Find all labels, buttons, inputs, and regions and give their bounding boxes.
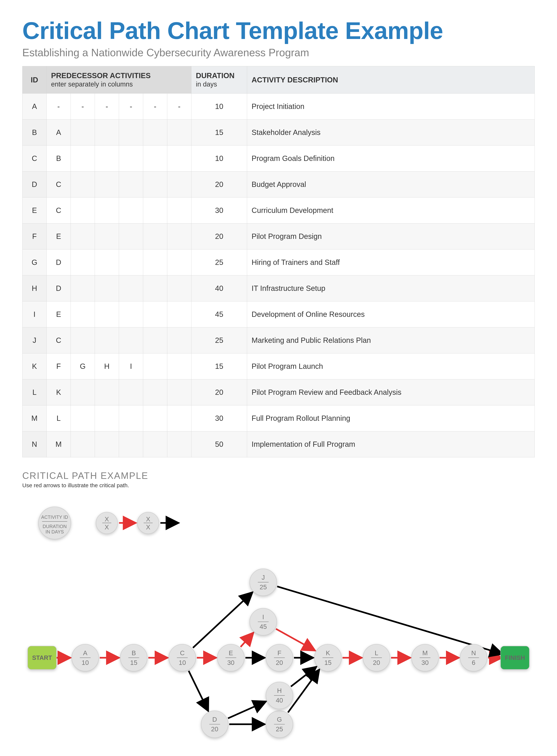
- cell-duration: 15: [192, 120, 247, 146]
- path-arrow: [291, 667, 317, 687]
- cell-duration: 15: [192, 354, 247, 380]
- cell-predecessor: [119, 198, 143, 223]
- activity-node-h: H40: [266, 682, 293, 709]
- node-id-label: N: [471, 649, 476, 657]
- cell-predecessor: [167, 327, 192, 354]
- path-arrow: [277, 586, 503, 654]
- legend-id-label: ACTIVITY ID: [41, 515, 68, 520]
- cell-predecessor: [95, 301, 119, 327]
- cell-predecessor: [167, 172, 192, 198]
- page-title: Critical Path Chart Template Example: [22, 17, 535, 44]
- table-row: ML30Full Program Rollout Planning: [23, 405, 535, 431]
- cell-predecessor: [143, 120, 167, 146]
- activity-table: ID PREDECESSOR ACTIVITIES enter separate…: [22, 66, 535, 457]
- cell-predecessor: D: [47, 249, 71, 275]
- node-id-label: E: [229, 649, 233, 657]
- node-duration-label: 10: [82, 659, 89, 666]
- cell-predecessor: [167, 223, 192, 249]
- table-row: LK20Pilot Program Review and Feedback An…: [23, 380, 535, 405]
- node-duration-label: 20: [211, 725, 218, 733]
- th-duration: DURATION in days: [192, 66, 247, 94]
- table-row: CB10Program Goals Definition: [23, 146, 535, 172]
- cell-predecessor: [95, 198, 119, 223]
- cell-predecessor: [167, 198, 192, 223]
- terminal-node-start: START: [28, 646, 56, 669]
- cell-predecessor: [119, 120, 143, 146]
- diagram-heading: CRITICAL PATH EXAMPLE: [22, 470, 535, 481]
- cell-predecessor: -: [167, 94, 192, 120]
- cell-id: F: [23, 223, 47, 249]
- cell-predecessor: [95, 275, 119, 301]
- cell-predecessor: [95, 327, 119, 354]
- node-id-label: M: [422, 649, 428, 657]
- cell-predecessor: [95, 380, 119, 405]
- cell-description: IT Infrastructure Setup: [247, 275, 535, 301]
- cell-predecessor: [167, 405, 192, 431]
- node-duration-label: 6: [472, 659, 475, 666]
- th-description: ACTIVITY DESCRIPTION: [247, 66, 535, 94]
- activity-node-n: N6: [460, 644, 487, 671]
- node-duration-label: 40: [276, 697, 283, 704]
- cell-predecessor: [119, 380, 143, 405]
- th-duration-title: DURATION: [196, 71, 234, 80]
- cell-predecessor: [167, 354, 192, 380]
- node-id-label: C: [180, 649, 184, 657]
- legend: ACTIVITY IDDURATIONIN DAYSXXXX: [38, 507, 179, 539]
- cell-predecessor: E: [47, 301, 71, 327]
- cell-description: Program Goals Definition: [247, 146, 535, 172]
- cell-id: N: [23, 431, 47, 457]
- node-id-label: L: [375, 649, 378, 657]
- cell-predecessor: [71, 223, 95, 249]
- cell-predecessor: [71, 120, 95, 146]
- table-row: NM50Implementation of Full Program: [23, 431, 535, 457]
- node-duration-label: 25: [260, 583, 267, 591]
- table-row: BA15Stakeholder Analysis: [23, 120, 535, 146]
- path-arrow: [228, 701, 266, 718]
- cell-predecessor: [119, 301, 143, 327]
- legend-duration-label-top: DURATION: [43, 524, 67, 529]
- cell-predecessor: F: [47, 354, 71, 380]
- cell-description: Full Program Rollout Planning: [247, 405, 535, 431]
- cell-predecessor: H: [95, 354, 119, 380]
- cell-id: M: [23, 405, 47, 431]
- cell-duration: 30: [192, 405, 247, 431]
- cell-duration: 25: [192, 249, 247, 275]
- cell-id: D: [23, 172, 47, 198]
- cell-id: E: [23, 198, 47, 223]
- activity-node-f: F20: [266, 644, 293, 671]
- node-id-label: J: [262, 574, 265, 581]
- cell-predecessor: L: [47, 405, 71, 431]
- cell-predecessor: [143, 354, 167, 380]
- cell-duration: 30: [192, 198, 247, 223]
- cell-predecessor: [119, 146, 143, 172]
- cell-duration: 40: [192, 275, 247, 301]
- cell-predecessor: G: [71, 354, 95, 380]
- cell-predecessor: K: [47, 380, 71, 405]
- cell-predecessor: [143, 223, 167, 249]
- activity-node-c: C10: [169, 644, 196, 671]
- cell-duration: 20: [192, 380, 247, 405]
- cell-id: H: [23, 275, 47, 301]
- cell-description: Development of Online Resources: [247, 301, 535, 327]
- cell-description: Curriculum Development: [247, 198, 535, 223]
- cell-predecessor: [143, 146, 167, 172]
- cell-predecessor: B: [47, 146, 71, 172]
- cell-predecessor: [119, 172, 143, 198]
- cell-description: Project Initiation: [247, 94, 535, 120]
- cell-predecessor: [119, 275, 143, 301]
- cell-predecessor: C: [47, 172, 71, 198]
- node-duration-label: 30: [421, 659, 429, 666]
- cell-description: Implementation of Full Program: [247, 431, 535, 457]
- table-row: FE20Pilot Program Design: [23, 223, 535, 249]
- cell-predecessor: [143, 301, 167, 327]
- activity-node-e: E30: [217, 644, 244, 671]
- cell-predecessor: [71, 198, 95, 223]
- table-row: IE45Development of Online Resources: [23, 301, 535, 327]
- activity-node-l: L20: [363, 644, 390, 671]
- cell-predecessor: -: [143, 94, 167, 120]
- cell-predecessor: -: [119, 94, 143, 120]
- node-id-label: G: [277, 716, 282, 723]
- terminal-label: START: [32, 654, 52, 661]
- node-id-label: D: [212, 716, 217, 723]
- cell-predecessor: [119, 405, 143, 431]
